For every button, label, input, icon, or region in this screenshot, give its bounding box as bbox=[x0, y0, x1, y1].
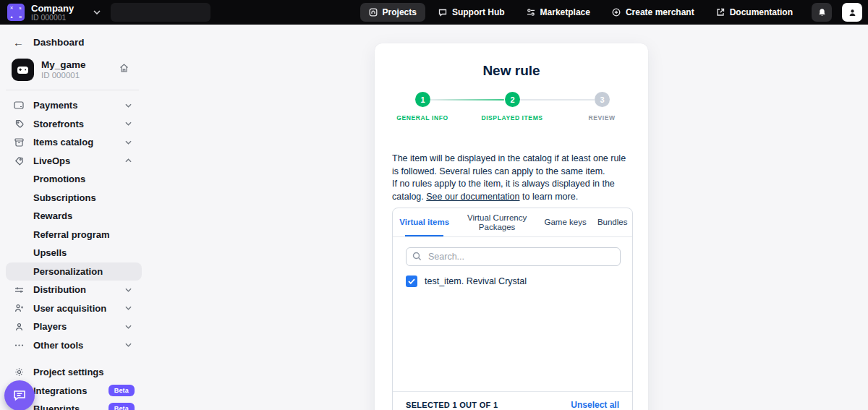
step-1-label: GENERAL INFO bbox=[379, 114, 466, 121]
company-id: ID 000001 bbox=[31, 14, 74, 22]
back-arrow-icon: ← bbox=[13, 36, 24, 48]
project-name: My_game bbox=[41, 59, 86, 70]
liveops-tag-icon bbox=[13, 156, 25, 166]
documentation-button[interactable]: Documentation bbox=[707, 3, 801, 22]
chevron-down-icon bbox=[125, 325, 132, 329]
step-3-label: REVIEW bbox=[558, 114, 645, 121]
chat-bubble-icon bbox=[12, 389, 27, 402]
sidebar-item-storefronts[interactable]: Storefronts bbox=[6, 115, 142, 134]
sidebar-item-rewards[interactable]: Rewards bbox=[6, 207, 142, 226]
sidebar-item-other-tools[interactable]: Other tools bbox=[6, 336, 142, 355]
gear-icon bbox=[13, 367, 25, 377]
sidebar-item-upsells[interactable]: Upsells bbox=[6, 244, 142, 262]
step-1-circle[interactable]: 1 bbox=[415, 92, 430, 107]
beta-badge: Beta bbox=[109, 385, 135, 396]
company-name: Company bbox=[31, 4, 74, 14]
create-merchant-label: Create merchant bbox=[626, 7, 694, 17]
wizard-stepper: 1 2 3 GENERAL INFO DISPLAYED ITEMS REVIE… bbox=[375, 92, 648, 142]
sidebar-item-distribution[interactable]: Distribution bbox=[6, 281, 142, 299]
new-rule-modal: New rule 1 2 3 GENERAL INFO DISPLAYED IT… bbox=[375, 43, 648, 410]
tab-virtual-currency-packages[interactable]: Virtual Currency Packages bbox=[456, 208, 537, 236]
unselect-all-link[interactable]: Unselect all bbox=[571, 400, 619, 410]
chevron-down-icon bbox=[125, 343, 132, 347]
user-plus-icon bbox=[13, 304, 25, 312]
card-icon bbox=[13, 101, 25, 109]
marketplace-icon bbox=[527, 8, 535, 17]
user-icon bbox=[848, 8, 857, 17]
sidebar-divider bbox=[6, 90, 139, 90]
account-button[interactable] bbox=[842, 3, 862, 22]
sliders-icon bbox=[13, 286, 25, 294]
sidebar-item-promotions[interactable]: Promotions bbox=[6, 170, 142, 189]
chevron-down-icon[interactable] bbox=[93, 10, 101, 14]
modal-title: New rule bbox=[375, 63, 648, 79]
project-card[interactable]: My_game ID 000001 bbox=[12, 59, 145, 81]
company-switcher[interactable]: ✕s▴o Company ID 000001 bbox=[0, 4, 101, 22]
documentation-icon bbox=[716, 8, 725, 17]
projects-icon bbox=[369, 8, 378, 17]
notifications-button[interactable] bbox=[812, 3, 832, 22]
sidebar-item-referral-program[interactable]: Referral program bbox=[6, 226, 142, 244]
storefront-icon bbox=[13, 119, 25, 129]
dashboard-label: Dashboard bbox=[33, 37, 85, 48]
selection-footer: SELECTED 1 OUT OF 1 Unselect all bbox=[393, 391, 632, 410]
chevron-down-icon bbox=[125, 288, 132, 292]
marketplace-label: Marketplace bbox=[540, 7, 590, 17]
item-label: test_item. Revival Crystal bbox=[425, 276, 527, 286]
gamepad-icon bbox=[12, 59, 34, 81]
sidebar-item-personalization[interactable]: Personalization bbox=[6, 262, 142, 281]
tab-virtual-items[interactable]: Virtual items bbox=[393, 208, 456, 236]
sidebar-item-payments[interactable]: Payments bbox=[6, 96, 142, 115]
step-2-label: DISPLAYED ITEMS bbox=[469, 114, 556, 121]
chevron-down-icon bbox=[125, 121, 132, 126]
marketplace-button[interactable]: Marketplace bbox=[518, 3, 599, 22]
topbar-nav: Projects Support Hub Marketplace Create … bbox=[360, 0, 862, 25]
tab-bundles[interactable]: Bundles bbox=[592, 208, 632, 236]
chevron-up-icon bbox=[125, 158, 132, 163]
sidebar-item-subscriptions[interactable]: Subscriptions bbox=[6, 189, 142, 208]
projects-button[interactable]: Projects bbox=[360, 3, 425, 22]
chevron-down-icon bbox=[125, 103, 132, 108]
support-hub-button[interactable]: Support Hub bbox=[430, 3, 514, 22]
projects-label: Projects bbox=[383, 7, 417, 17]
sidebar-item-project-settings[interactable]: Project settings bbox=[6, 363, 142, 382]
step-2-circle[interactable]: 2 bbox=[505, 92, 520, 107]
step-3-circle: 3 bbox=[595, 92, 610, 107]
documentation-link[interactable]: See our documentation bbox=[426, 192, 519, 202]
xsolla-logo-icon: ✕s▴o bbox=[7, 4, 25, 21]
support-hub-icon bbox=[438, 8, 447, 17]
item-type-tabs: Virtual items Virtual Currency Packages … bbox=[393, 208, 632, 237]
topbar-placeholder bbox=[111, 3, 210, 22]
sidebar-item-user-acquisition[interactable]: User acquisition bbox=[6, 299, 142, 318]
sidebar-item-items-catalog[interactable]: Items catalog bbox=[6, 133, 142, 152]
search-input[interactable] bbox=[406, 247, 621, 266]
documentation-label: Documentation bbox=[730, 7, 793, 17]
chevron-down-icon bbox=[125, 140, 132, 145]
step-connector-1 bbox=[430, 99, 504, 101]
sidebar-item-players[interactable]: Players bbox=[6, 317, 142, 336]
create-merchant-button[interactable]: Create merchant bbox=[603, 3, 703, 22]
archive-box-icon bbox=[13, 138, 25, 147]
project-id: ID 000001 bbox=[41, 70, 86, 80]
sidebar-item-liveops[interactable]: LiveOps bbox=[6, 152, 142, 171]
selected-count: SELECTED 1 OUT OF 1 bbox=[406, 401, 498, 409]
bell-icon bbox=[817, 8, 827, 17]
create-merchant-icon bbox=[612, 8, 621, 17]
item-row[interactable]: test_item. Revival Crystal bbox=[406, 276, 619, 287]
chat-launcher-button[interactable] bbox=[4, 380, 35, 410]
back-to-dashboard[interactable]: ← Dashboard bbox=[0, 25, 145, 48]
topbar: ✕s▴o Company ID 000001 Projects Support … bbox=[0, 0, 868, 25]
rule-description: The item will be displayed in the catalo… bbox=[392, 153, 632, 203]
tab-game-keys[interactable]: Game keys bbox=[538, 208, 593, 236]
search-icon bbox=[412, 252, 422, 261]
sidebar: ← Dashboard My_game ID 000001 Payments S… bbox=[0, 25, 145, 410]
person-icon bbox=[13, 323, 25, 331]
items-selector: Virtual items Virtual Currency Packages … bbox=[392, 208, 633, 410]
sidebar-menu: Payments Storefronts Items catalog LiveO… bbox=[0, 95, 145, 410]
home-icon[interactable] bbox=[119, 64, 129, 72]
support-hub-label: Support Hub bbox=[452, 7, 505, 17]
checkbox-checked-icon[interactable] bbox=[406, 276, 417, 287]
chevron-down-icon bbox=[125, 306, 132, 310]
step-connector-2 bbox=[520, 99, 595, 101]
beta-badge: Beta bbox=[109, 403, 135, 410]
